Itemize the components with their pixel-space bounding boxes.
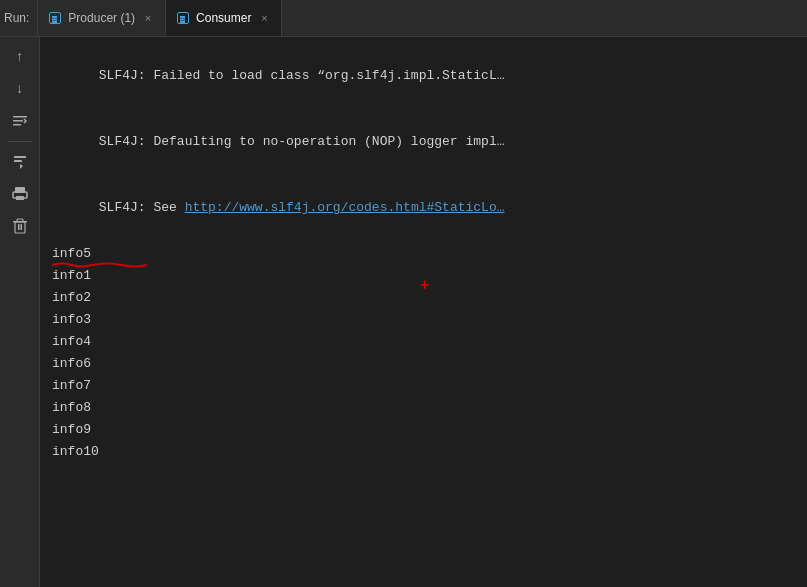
consumer-tab-close[interactable]: ×	[257, 11, 271, 25]
info3-item: info3	[52, 309, 795, 331]
red-plus-marker: +	[420, 277, 430, 295]
svg-rect-8	[23, 194, 25, 196]
run-label: Run:	[0, 0, 38, 36]
info2-text: info2	[52, 290, 91, 305]
console-line-2: SLF4J: Defaulting to no-operation (NOP) …	[52, 109, 795, 175]
info6-text: info6	[52, 356, 91, 371]
soft-wrap-button[interactable]	[6, 107, 34, 135]
scroll-up-button[interactable]: ↑	[6, 43, 34, 71]
slf4j-line-2-text: SLF4J: Defaulting to no-operation (NOP) …	[99, 134, 505, 149]
producer-tab-close[interactable]: ×	[141, 11, 155, 25]
slf4j-line-3-prefix: SLF4J: See	[99, 200, 185, 215]
info8-item: info8	[52, 397, 795, 419]
consumer-tab-label: Consumer	[196, 11, 251, 25]
toolbar: ↑ ↓	[0, 37, 40, 587]
tab-consumer[interactable]: Consumer ×	[166, 0, 282, 36]
svg-rect-7	[16, 196, 24, 200]
tab-producer[interactable]: Producer (1) ×	[38, 0, 166, 36]
consumer-tab-icon	[176, 11, 190, 25]
info8-text: info8	[52, 400, 91, 415]
toolbar-divider	[8, 141, 32, 142]
producer-tab-label: Producer (1)	[68, 11, 135, 25]
svg-rect-10	[17, 219, 23, 222]
producer-tab-icon	[48, 11, 62, 25]
info1-text: info1	[52, 268, 91, 283]
svg-rect-3	[14, 156, 26, 158]
svg-rect-1	[13, 120, 23, 122]
slf4j-line-1-text: SLF4J: Failed to load class “org.slf4j.i…	[99, 68, 505, 83]
info5-text: info5	[52, 243, 91, 265]
info7-item: info7	[52, 375, 795, 397]
clear-filtered-button[interactable]	[6, 148, 34, 176]
slf4j-link[interactable]: http://www.slf4j.org/codes.html#StaticLo…	[185, 200, 505, 215]
tab-bar: Run: Producer (1) × Consumer ×	[0, 0, 807, 37]
console-output[interactable]: SLF4J: Failed to load class “org.slf4j.i…	[40, 37, 807, 587]
scroll-down-button[interactable]: ↓	[6, 75, 34, 103]
info9-item: info9	[52, 419, 795, 441]
svg-rect-11	[15, 222, 25, 233]
info4-item: info4	[52, 331, 795, 353]
svg-rect-12	[18, 224, 20, 230]
info5-item: info5	[52, 243, 795, 265]
info7-text: info7	[52, 378, 91, 393]
run-text: Run:	[4, 11, 29, 25]
delete-button[interactable]	[6, 212, 34, 240]
info10-text: info10	[52, 444, 99, 459]
info6-item: info6	[52, 353, 795, 375]
svg-rect-13	[20, 224, 22, 230]
main-area: ↑ ↓	[0, 37, 807, 587]
print-button[interactable]	[6, 180, 34, 208]
svg-rect-2	[13, 124, 21, 126]
info10-item: info10	[52, 441, 795, 463]
console-line-1: SLF4J: Failed to load class “org.slf4j.i…	[52, 43, 795, 109]
info9-text: info9	[52, 422, 91, 437]
svg-rect-4	[14, 160, 22, 162]
console-line-3: SLF4J: See http://www.slf4j.org/codes.ht…	[52, 175, 795, 241]
info4-text: info4	[52, 334, 91, 349]
info3-text: info3	[52, 312, 91, 327]
svg-rect-0	[13, 116, 27, 118]
